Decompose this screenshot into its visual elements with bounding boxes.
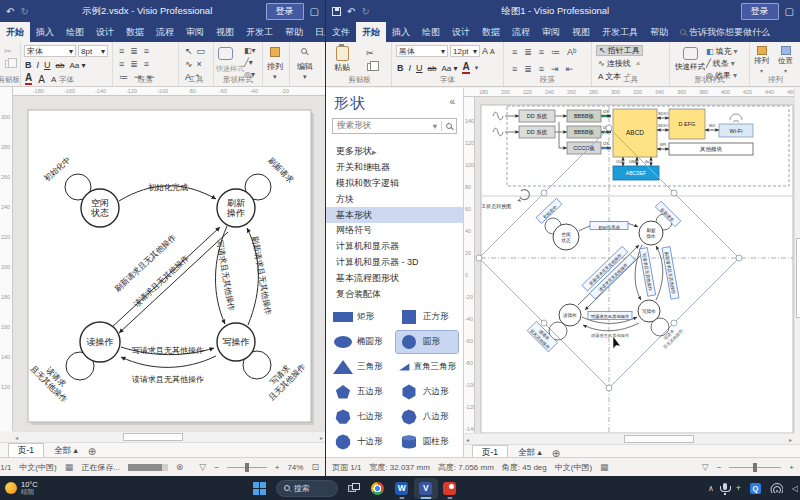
- stencil-item-开关和继电器[interactable]: 开关和继电器: [326, 160, 463, 176]
- tab-插入[interactable]: 插入: [386, 22, 416, 42]
- shape-直角三角形[interactable]: 直角三角形: [396, 356, 458, 378]
- outdent-icon[interactable]: ⇤: [566, 64, 574, 74]
- media-app-icon[interactable]: [438, 478, 462, 499]
- language-indicator[interactable]: 中文(中国): [19, 462, 56, 473]
- zoom-out-button[interactable]: −: [214, 463, 219, 472]
- start-button[interactable]: [248, 478, 272, 499]
- right-vscroll-thumb[interactable]: [796, 238, 800, 318]
- tab-绘图[interactable]: 绘图: [60, 22, 90, 42]
- shape-圆形[interactable]: 圆形: [396, 331, 458, 353]
- page-indicator[interactable]: 页面 1/1: [0, 462, 11, 473]
- font-name-select[interactable]: 黑体▾: [396, 45, 448, 57]
- italic-button[interactable]: I: [37, 60, 40, 70]
- tab-数据[interactable]: 数据: [120, 22, 150, 42]
- chrome-icon[interactable]: [366, 478, 390, 499]
- connection-point-icon[interactable]: ×: [197, 59, 202, 69]
- font-size-select[interactable]: 8pt▾: [78, 45, 108, 57]
- quick-style-label[interactable]: 快速样式: [675, 62, 705, 72]
- tab-开发工[interactable]: 开发工: [240, 22, 279, 42]
- stencil-item-模拟和数字逻辑[interactable]: 模拟和数字逻辑: [326, 176, 463, 192]
- right-titlebar[interactable]: ↶ ↻ 绘图1 - Visio Professional 登录 ▢: [326, 0, 800, 22]
- shrink-font-button[interactable]: A: [490, 48, 495, 55]
- pointer-tool-button[interactable]: ↖指针工具: [596, 45, 643, 56]
- ribbon-display-options-icon[interactable]: ▢: [310, 6, 319, 17]
- stencil-item-计算机和显示器[interactable]: 计算机和显示器: [326, 239, 463, 255]
- stencil-item-方块[interactable]: 方块: [326, 191, 463, 207]
- shape-椭圆形[interactable]: 椭圆形: [330, 331, 392, 353]
- ribbon-display-options-icon[interactable]: ▢: [785, 6, 794, 17]
- microphone-tray-icon[interactable]: [723, 483, 727, 490]
- strikethrough-button[interactable]: ab: [56, 61, 65, 70]
- tab-审阅[interactable]: 审阅: [180, 22, 210, 42]
- connector-tool-icon[interactable]: ∿: [185, 59, 193, 69]
- macro-record-icon[interactable]: ▦: [600, 462, 609, 472]
- shape-六边形[interactable]: 六边形: [396, 381, 458, 403]
- stencil-item-复合装配体[interactable]: 复合装配体: [326, 286, 463, 302]
- tab-设计[interactable]: 设计: [446, 22, 476, 42]
- tray-expand-icon[interactable]: ∧: [708, 484, 714, 493]
- tab-审阅[interactable]: 审阅: [536, 22, 566, 42]
- zoom-out-button[interactable]: −: [717, 463, 722, 472]
- undo-icon[interactable]: ↶: [347, 6, 355, 17]
- arrange-group-btn[interactable]: 排列 ▾: [263, 42, 290, 86]
- all-pages-button[interactable]: 全部 ▴: [54, 445, 78, 457]
- search-icon[interactable]: [446, 123, 452, 129]
- align-bottom-icon[interactable]: ≡: [539, 64, 544, 74]
- shape-search-input[interactable]: 搜索形状 ▾: [332, 118, 457, 134]
- shape-正方形[interactable]: 正方形: [396, 306, 458, 328]
- shape-五边形[interactable]: 五边形: [330, 381, 392, 403]
- connector-tool-button[interactable]: ∿连接线: [596, 58, 633, 69]
- tab-视图[interactable]: 视图: [210, 22, 240, 42]
- align-left-icon[interactable]: ≡: [119, 46, 124, 56]
- line-icon[interactable]: ╱▾: [244, 58, 253, 67]
- tab-绘图[interactable]: 绘图: [416, 22, 446, 42]
- left-titlebar[interactable]: ↶ ↻ 示例2.vsdx - Visio Professional 登录 ▢: [0, 0, 325, 22]
- quick-style-icon[interactable]: [683, 47, 698, 60]
- bullets-icon[interactable]: ≔: [551, 47, 560, 57]
- input-indicator-icon[interactable]: +: [736, 483, 741, 493]
- width-indicator[interactable]: 宽度: 32.037 mm: [369, 462, 429, 473]
- stencil-item-基本形状[interactable]: 基本形状: [326, 207, 463, 223]
- align-middle-icon[interactable]: ≣: [130, 59, 138, 69]
- quick-style-icon[interactable]: [218, 47, 233, 60]
- right-hscroll-thumb[interactable]: [624, 435, 694, 443]
- macro-record-icon[interactable]: ▦: [65, 462, 74, 472]
- visio-icon[interactable]: V: [414, 478, 438, 499]
- zoom-in-button[interactable]: +: [789, 463, 794, 472]
- shape-十边形[interactable]: 十边形: [330, 431, 392, 453]
- align-top-icon[interactable]: ≡: [119, 59, 124, 69]
- shape-矩形[interactable]: 矩形: [330, 306, 392, 328]
- tab-文件[interactable]: 文件: [326, 22, 356, 42]
- tab-插入[interactable]: 插入: [30, 22, 60, 42]
- shape-圆柱形[interactable]: 圆柱形: [396, 431, 458, 453]
- language-indicator[interactable]: 中文(中国): [555, 462, 592, 473]
- pointer-tool-icon[interactable]: ↖: [185, 46, 193, 56]
- left-hscroll-thumb[interactable]: [123, 433, 183, 441]
- underline-button[interactable]: U: [416, 63, 423, 73]
- zoom-level[interactable]: 74%: [287, 463, 303, 472]
- tab-视图[interactable]: 视图: [566, 22, 596, 42]
- indent-icon[interactable]: ⇥: [551, 64, 559, 74]
- left-hscrollbar[interactable]: ◂▸: [13, 431, 325, 442]
- cut-icon[interactable]: ✂: [4, 46, 12, 57]
- collapse-panel-icon[interactable]: «: [449, 96, 455, 107]
- arrange-button[interactable]: 排列▾: [754, 46, 769, 74]
- align-right-icon[interactable]: ≡: [144, 46, 149, 56]
- align-bottom-icon[interactable]: ≡: [144, 59, 149, 69]
- new-page-button[interactable]: ⊕: [88, 446, 96, 457]
- line-button[interactable]: 线条: [713, 58, 729, 69]
- redo-icon[interactable]: ↻: [361, 6, 369, 17]
- fullscreen-icon[interactable]: ⊡: [311, 462, 319, 472]
- bold-button[interactable]: B: [25, 60, 32, 70]
- position-button[interactable]: 位置▾: [778, 46, 793, 74]
- state-idle-small[interactable]: [553, 224, 579, 250]
- tab-帮助[interactable]: 帮助: [644, 22, 674, 42]
- fill-button[interactable]: 填充: [716, 46, 732, 57]
- edit-group-btn[interactable]: 编辑 ▾: [290, 42, 322, 86]
- paste-label[interactable]: 粘贴: [334, 62, 350, 73]
- shape-三角形[interactable]: 三角形: [330, 356, 392, 378]
- zoom-slider[interactable]: [227, 467, 267, 468]
- align-left-icon[interactable]: ≡: [512, 47, 517, 57]
- height-indicator[interactable]: 高度: 7.056 mm: [438, 462, 494, 473]
- stencil-item-网络符号[interactable]: 网络符号: [326, 223, 463, 239]
